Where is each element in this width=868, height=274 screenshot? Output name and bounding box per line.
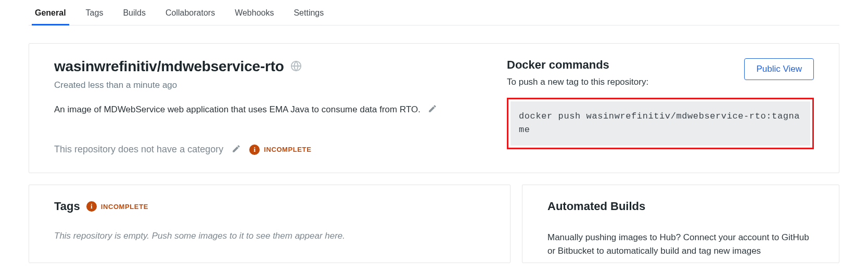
tab-settings[interactable]: Settings xyxy=(293,4,324,25)
tags-panel: Tags i INCOMPLETE This repository is emp… xyxy=(29,185,510,263)
repo-title: wasinwrefinitiv/mdwebservice-rto xyxy=(54,58,284,75)
tags-panel-title: Tags xyxy=(54,200,80,213)
push-hint: To push a new tag to this repository: xyxy=(507,77,648,87)
docker-push-command[interactable]: docker push wasinwrefinitiv/mdwebservice… xyxy=(510,101,810,146)
tab-collaborators[interactable]: Collaborators xyxy=(165,4,215,25)
automated-builds-description: Manually pushing images to Hub? Connect … xyxy=(547,231,814,257)
created-timestamp: Created less than a minute ago xyxy=(54,80,491,90)
incomplete-badge: i INCOMPLETE xyxy=(249,145,311,155)
tab-general[interactable]: General xyxy=(35,4,66,25)
incomplete-label: INCOMPLETE xyxy=(264,146,311,153)
globe-icon xyxy=(290,60,302,73)
pencil-icon[interactable] xyxy=(232,144,241,155)
pencil-icon[interactable] xyxy=(428,104,437,115)
automated-builds-title: Automated Builds xyxy=(547,200,814,213)
info-icon: i xyxy=(86,201,97,212)
tab-builds[interactable]: Builds xyxy=(123,4,146,25)
repo-tabs: General Tags Builds Collaborators Webhoo… xyxy=(29,0,839,25)
tags-empty-message: This repository is empty. Push some imag… xyxy=(54,231,485,241)
automated-builds-panel: Automated Builds Manually pushing images… xyxy=(522,185,839,263)
info-icon: i xyxy=(249,145,260,155)
no-category-text: This repository does not have a category xyxy=(54,144,223,155)
docker-commands-title: Docker commands xyxy=(507,58,648,72)
public-view-button[interactable]: Public View xyxy=(744,58,814,80)
repo-description: An image of MDWebService web application… xyxy=(54,105,420,115)
command-highlight-box: docker push wasinwrefinitiv/mdwebservice… xyxy=(507,98,814,149)
incomplete-badge: i INCOMPLETE xyxy=(86,201,148,212)
overview-panel: wasinwrefinitiv/mdwebservice-rto Created… xyxy=(29,43,839,173)
incomplete-label: INCOMPLETE xyxy=(101,203,148,211)
tab-webhooks[interactable]: Webhooks xyxy=(235,4,274,25)
tab-tags[interactable]: Tags xyxy=(86,4,104,25)
